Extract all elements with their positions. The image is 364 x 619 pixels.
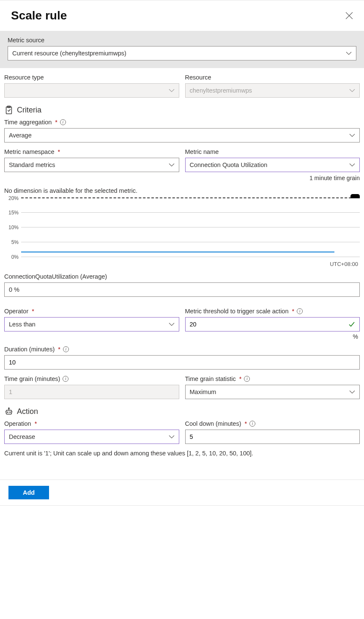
chevron-down-icon	[169, 434, 175, 440]
time-grain-stat-value: Maximum	[190, 389, 216, 395]
required-indicator: *	[57, 148, 60, 155]
time-aggregation-label: Time aggregation * i	[4, 119, 360, 126]
panel-title: Scale rule	[11, 9, 67, 22]
operation-label: Operation *	[4, 420, 179, 427]
chart-y-tick: 10%	[4, 225, 19, 230]
resource-type-label: Resource type	[4, 74, 179, 81]
required-indicator: *	[244, 420, 247, 427]
chevron-down-icon	[349, 88, 355, 93]
metric-chart: 20% 15% 10% 5% 0%	[4, 197, 360, 267]
chart-y-tick: 0%	[4, 254, 19, 260]
dimension-note: No dimension is available for the select…	[4, 187, 360, 194]
chevron-down-icon	[346, 50, 352, 56]
required-indicator: *	[55, 119, 57, 126]
cooldown-label: Cool down (minutes) * i	[185, 420, 360, 427]
required-indicator: *	[32, 308, 34, 315]
metric-namespace-value: Standard metrics	[9, 162, 55, 168]
cooldown-input[interactable]	[185, 430, 360, 444]
clipboard-check-icon	[4, 105, 14, 115]
chart-y-tick: 5%	[4, 239, 19, 245]
resource-label: Resource	[185, 74, 360, 81]
metric-source-select[interactable]: Current resource (chenyltestpremiumwps)	[8, 46, 356, 60]
cooldown-value[interactable]	[190, 430, 356, 444]
metric-namespace-select[interactable]: Standard metrics	[4, 158, 179, 172]
time-grain-field: 1	[4, 385, 179, 399]
metric-value-field: 0 %	[4, 282, 360, 297]
time-grain-value: 1	[9, 389, 12, 395]
info-icon[interactable]: i	[244, 376, 250, 382]
chart-series-line	[21, 252, 334, 252]
robot-icon	[4, 407, 14, 416]
chevron-down-icon	[349, 162, 355, 168]
add-button[interactable]: Add	[8, 486, 49, 499]
action-section-title: Action	[4, 407, 360, 416]
chevron-down-icon	[169, 321, 175, 327]
svg-point-8	[10, 412, 11, 413]
operator-value: Less than	[9, 321, 36, 328]
panel-header: Scale rule	[0, 0, 364, 31]
info-icon[interactable]: i	[63, 346, 69, 352]
close-icon[interactable]	[345, 12, 353, 19]
svg-point-7	[7, 412, 8, 413]
chevron-down-icon	[169, 88, 175, 93]
metric-name-select[interactable]: Connection Quota Utilization	[185, 158, 360, 172]
svg-point-6	[8, 408, 9, 409]
metric-name-label: Metric name	[185, 148, 360, 155]
operation-select[interactable]: Decrease	[4, 430, 179, 444]
metric-value-label: ConnectionQuotaUtilization (Average)	[4, 273, 360, 280]
criteria-section-title: Criteria	[4, 105, 360, 115]
chevron-down-icon	[169, 162, 175, 168]
info-icon[interactable]: i	[60, 119, 66, 125]
duration-value[interactable]	[9, 356, 355, 369]
threshold-unit: %	[185, 333, 360, 340]
chevron-down-icon	[349, 132, 355, 138]
chevron-down-icon	[349, 389, 355, 395]
resource-select: chenyltestpremiumwps	[185, 83, 360, 98]
chart-timezone: UTC+08:00	[4, 261, 360, 267]
required-indicator: *	[292, 308, 295, 315]
scale-rule-panel: Scale rule Metric source Current resourc…	[0, 0, 364, 506]
time-grain-stat-select[interactable]: Maximum	[185, 385, 360, 399]
metric-namespace-label: Metric namespace *	[4, 148, 179, 155]
operation-value: Decrease	[9, 433, 35, 440]
threshold-input[interactable]	[185, 317, 360, 331]
unit-note: Current unit is '1'; Unit can scale up a…	[4, 450, 360, 457]
metric-value-text: 0 %	[9, 286, 19, 293]
metric-source-value: Current resource (chenyltestpremiumwps)	[12, 50, 126, 57]
panel-body: Resource type Resource chenyltestpremium…	[0, 68, 364, 465]
time-grain-label: Time grain (minutes) i	[4, 375, 179, 382]
time-grain-stat-label: Time grain statistic * i	[185, 375, 360, 382]
threshold-label: Metric threshold to trigger scale action…	[185, 308, 360, 315]
operator-label: Operator *	[4, 308, 179, 315]
metric-name-value: Connection Quota Utilization	[190, 162, 268, 168]
duration-label: Duration (minutes) * i	[4, 346, 360, 353]
resource-value: chenyltestpremiumwps	[190, 87, 252, 94]
required-indicator: *	[239, 375, 242, 382]
threshold-value[interactable]	[190, 318, 349, 331]
metric-source-section: Metric source Current resource (chenylte…	[0, 31, 364, 68]
time-aggregation-value: Average	[9, 132, 32, 139]
panel-footer: Add	[0, 479, 364, 505]
duration-input[interactable]	[4, 355, 360, 370]
operator-select[interactable]: Less than	[4, 317, 179, 331]
time-aggregation-select[interactable]: Average	[4, 128, 360, 142]
info-icon[interactable]: i	[63, 376, 68, 382]
chart-y-tick: 20%	[4, 195, 19, 201]
resource-type-select	[4, 83, 179, 98]
svg-rect-4	[6, 410, 12, 414]
metric-source-label: Metric source	[8, 37, 356, 44]
required-indicator: *	[35, 420, 37, 427]
checkmark-icon	[348, 321, 355, 328]
chart-y-tick: 15%	[4, 210, 19, 216]
time-grain-note: 1 minute time grain	[185, 175, 360, 181]
required-indicator: *	[58, 346, 60, 353]
info-icon[interactable]: i	[249, 421, 255, 427]
info-icon[interactable]: i	[297, 308, 303, 314]
chart-threshold-marker	[350, 194, 360, 198]
